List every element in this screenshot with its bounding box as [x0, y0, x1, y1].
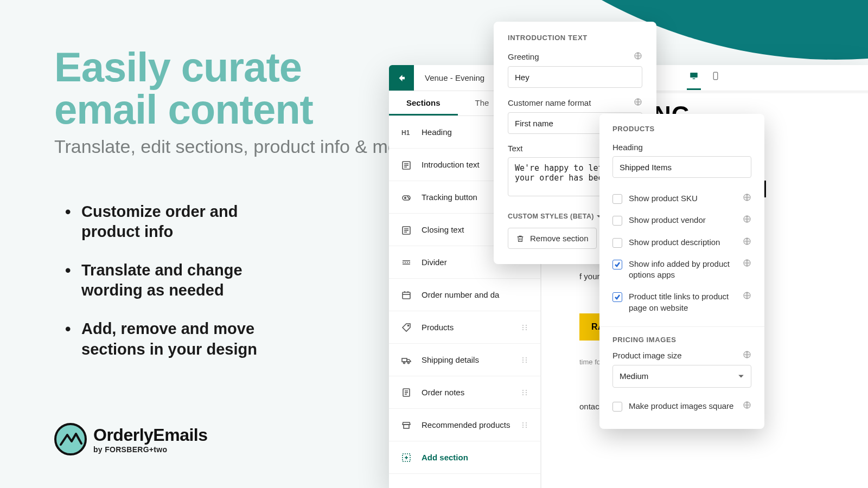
- svg-point-34: [526, 357, 527, 358]
- option-checkbox[interactable]: Show info added by product options apps: [612, 253, 751, 286]
- svg-point-29: [526, 329, 527, 330]
- section-item-order-notes[interactable]: Order notes: [389, 376, 540, 409]
- svg-point-24: [522, 324, 524, 325]
- svg-rect-2: [690, 73, 698, 78]
- pricing-images-header: PRICING IMAGES: [612, 336, 751, 344]
- svg-point-11: [405, 197, 406, 198]
- truck-icon: [401, 355, 412, 365]
- drag-handle-icon[interactable]: [521, 356, 528, 364]
- section-item-order-number-and-da[interactable]: Order number and da: [389, 279, 540, 311]
- products-heading-label: Heading: [612, 143, 643, 152]
- svg-point-45: [522, 391, 524, 393]
- text-label: Text: [508, 144, 523, 153]
- option-checkbox[interactable]: Show product description: [612, 232, 751, 253]
- globe-icon[interactable]: [634, 98, 642, 108]
- option-checkbox[interactable]: Show product vendor: [612, 209, 751, 231]
- svg-point-48: [526, 394, 527, 395]
- tag-icon: [401, 323, 412, 332]
- svg-rect-49: [404, 425, 409, 428]
- brand-logo: OrderlyEmails by FORSBERG+two: [54, 423, 208, 455]
- image-size-select[interactable]: Medium: [612, 365, 751, 388]
- remove-section-button[interactable]: Remove section: [508, 228, 597, 249]
- drag-handle-icon[interactable]: [521, 421, 528, 429]
- square-images-checkbox[interactable]: Make product images square: [612, 395, 751, 417]
- svg-point-52: [522, 424, 524, 425]
- svg-point-53: [526, 424, 527, 425]
- greeting-label: Greeting: [508, 52, 539, 61]
- globe-icon[interactable]: [743, 237, 751, 247]
- globe-icon[interactable]: [743, 215, 751, 225]
- svg-point-23: [408, 325, 409, 326]
- divider-icon: [401, 258, 412, 267]
- name-format-label: Customer name format: [508, 98, 591, 107]
- svg-point-28: [522, 329, 524, 330]
- svg-rect-3: [693, 79, 695, 80]
- svg-point-38: [526, 361, 527, 362]
- drag-handle-icon[interactable]: [521, 389, 528, 396]
- svg-point-43: [522, 389, 524, 390]
- desktop-view-icon[interactable]: [687, 66, 701, 90]
- tab-sections[interactable]: Sections: [389, 91, 458, 115]
- section-item-products[interactable]: Products: [389, 311, 540, 344]
- drag-handle-icon[interactable]: [521, 324, 528, 331]
- svg-point-31: [403, 362, 405, 363]
- globe-icon[interactable]: [634, 52, 642, 62]
- svg-point-36: [526, 359, 527, 360]
- globe-icon[interactable]: [743, 350, 751, 361]
- svg-point-27: [526, 326, 527, 328]
- option-checkbox[interactable]: Show product SKU: [612, 188, 751, 209]
- section-label: Closing text: [422, 225, 464, 234]
- text-block-icon: [401, 225, 412, 235]
- brand-name: OrderlyEmails: [93, 425, 208, 445]
- text-block-icon: [401, 160, 412, 170]
- svg-point-47: [522, 394, 524, 395]
- add-section-label: Add section: [422, 453, 468, 462]
- template-name[interactable]: Venue - Evening: [414, 65, 501, 91]
- section-label: Divider: [422, 258, 447, 267]
- section-item-shipping-details[interactable]: Shipping details: [389, 344, 540, 376]
- hero-subtitle: Translate, edit sections, product info &…: [54, 134, 419, 158]
- globe-icon[interactable]: [743, 193, 751, 203]
- mobile-view-icon[interactable]: [709, 66, 723, 90]
- section-label: Tracking button: [422, 192, 477, 202]
- svg-point-54: [522, 426, 524, 427]
- note-icon: [401, 388, 412, 397]
- hero-bullets: Customize order and product info Transla…: [65, 202, 315, 378]
- greeting-input[interactable]: [508, 66, 642, 88]
- shop-icon: [401, 420, 412, 430]
- svg-point-33: [522, 357, 524, 358]
- section-label: Heading: [422, 127, 452, 137]
- image-size-label: Product image size: [612, 351, 682, 360]
- section-label: Introduction text: [422, 160, 480, 169]
- svg-rect-30: [402, 358, 407, 362]
- section-item-recommended-products[interactable]: Recommended products: [389, 409, 540, 441]
- globe-icon[interactable]: [743, 259, 751, 269]
- svg-rect-19: [403, 292, 410, 299]
- section-label: Order number and da: [422, 290, 499, 299]
- svg-point-35: [522, 359, 524, 360]
- svg-point-37: [522, 361, 524, 362]
- svg-point-26: [522, 326, 524, 328]
- panel-title: INTRODUCTION TEXT: [508, 34, 642, 42]
- calendar-icon: [401, 290, 412, 300]
- globe-icon[interactable]: [743, 291, 751, 301]
- option-checkbox[interactable]: Product title links to product page on w…: [612, 286, 751, 319]
- brand-byline: by FORSBERG+two: [93, 445, 208, 454]
- back-button[interactable]: [389, 65, 414, 91]
- svg-point-25: [526, 324, 527, 325]
- button-icon: [401, 192, 412, 202]
- svg-point-44: [526, 389, 527, 390]
- section-label: Recommended products: [422, 420, 510, 429]
- svg-point-32: [407, 362, 409, 363]
- products-panel: PRODUCTS Heading Show product SKUShow pr…: [599, 114, 764, 429]
- add-section-button[interactable]: Add section: [389, 441, 540, 474]
- hero-title: Easily curate email content: [54, 46, 313, 130]
- svg-point-51: [526, 422, 527, 423]
- panel-title: PRODUCTS: [612, 125, 751, 133]
- add-icon: [401, 453, 412, 463]
- heading-icon: H1: [401, 127, 412, 137]
- svg-text:H1: H1: [401, 129, 410, 137]
- svg-rect-4: [713, 72, 718, 80]
- globe-icon[interactable]: [743, 401, 751, 411]
- products-heading-input[interactable]: [612, 156, 751, 178]
